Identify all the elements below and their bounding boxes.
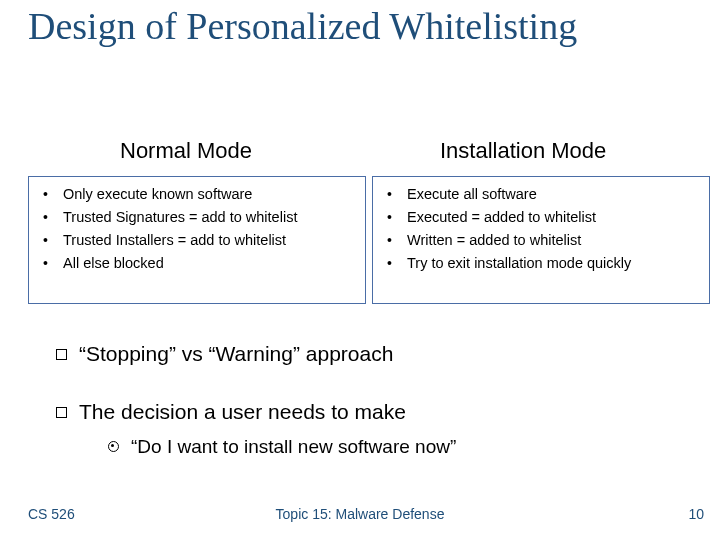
list-item: Trusted Installers = add to whitelist: [35, 231, 355, 250]
installation-mode-box: Execute all software Executed = added to…: [372, 176, 710, 304]
list-item: Execute all software: [379, 185, 699, 204]
square-bullet-icon: [56, 349, 67, 360]
normal-mode-list: Only execute known software Trusted Sign…: [35, 185, 355, 272]
outline-text: “Stopping” vs “Warning” approach: [79, 342, 393, 365]
outline-text: The decision a user needs to make: [79, 400, 406, 423]
list-item: Only execute known software: [35, 185, 355, 204]
normal-mode-box: Only execute known software Trusted Sign…: [28, 176, 366, 304]
slide: Design of Personalized Whitelisting Norm…: [0, 0, 720, 540]
list-item: All else blocked: [35, 254, 355, 273]
square-bullet-icon: [56, 407, 67, 418]
footer-topic: Topic 15: Malware Defense: [0, 506, 720, 522]
list-item: Executed = added to whitelist: [379, 208, 699, 227]
left-column-heading: Normal Mode: [120, 138, 252, 164]
right-column-heading: Installation Mode: [440, 138, 606, 164]
footer-page-no: 10: [688, 506, 704, 522]
list-item: Written = added to whitelist: [379, 231, 699, 250]
subpoint-text: “Do I want to install new software now”: [131, 436, 456, 457]
list-item: Try to exit installation mode quickly: [379, 254, 699, 273]
outline-point-2: The decision a user needs to make: [56, 400, 680, 424]
slide-title: Design of Personalized Whitelisting: [28, 6, 692, 48]
list-item: Trusted Signatures = add to whitelist: [35, 208, 355, 227]
installation-mode-list: Execute all software Executed = added to…: [379, 185, 699, 272]
outline-point-1: “Stopping” vs “Warning” approach: [56, 342, 680, 366]
outline-subpoint: “Do I want to install new software now”: [108, 436, 456, 458]
circle-bullet-icon: [108, 441, 119, 452]
